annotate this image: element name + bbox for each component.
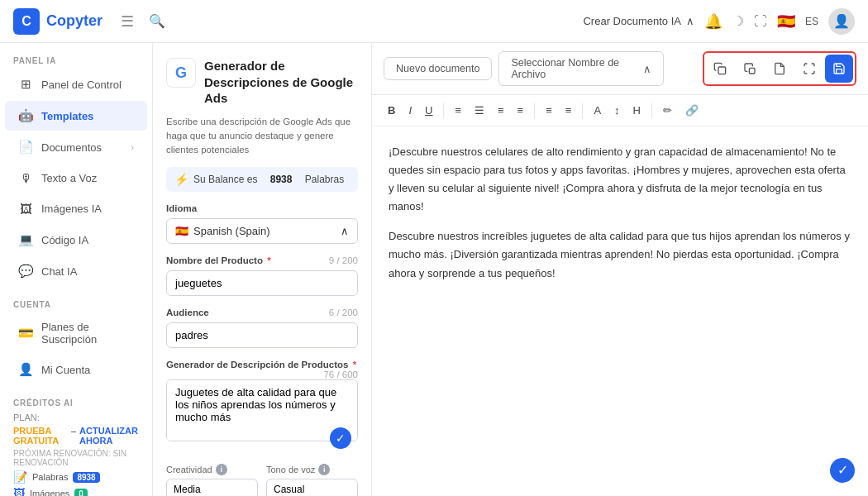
sidebar-item-cuenta[interactable]: 👤 Mi Cuenta bbox=[5, 355, 147, 384]
align-center-button[interactable]: ☰ bbox=[470, 102, 489, 119]
ai-icon: 🤖 bbox=[18, 108, 33, 123]
app-name: Copyter bbox=[46, 12, 103, 30]
bold-button[interactable]: B bbox=[384, 102, 399, 119]
save-icon-btn[interactable] bbox=[825, 55, 853, 83]
chat-icon: 💬 bbox=[18, 264, 33, 279]
search-icon[interactable]: 🔍 bbox=[149, 13, 165, 29]
nombre-input[interactable] bbox=[166, 270, 358, 296]
file-name-button[interactable]: Seleccionar Nombre de Archivo ∧ bbox=[498, 51, 664, 86]
menu-icon[interactable]: ☰ bbox=[121, 12, 134, 31]
user-avatar[interactable]: 👤 bbox=[828, 8, 855, 35]
align-justify-button[interactable]: ≡ bbox=[513, 102, 528, 119]
align-right-button[interactable]: ≡ bbox=[494, 102, 508, 119]
chevron-right-icon: › bbox=[131, 142, 134, 152]
generator-header: G Generador de Descripciones de Google A… bbox=[166, 58, 358, 107]
app-logo[interactable]: C Copyter bbox=[13, 8, 103, 35]
lightning-icon: ⚡ bbox=[174, 173, 188, 186]
copy-icon-btn-2[interactable] bbox=[736, 55, 764, 83]
list-unordered-button[interactable]: ≡ bbox=[561, 102, 576, 119]
tono-input[interactable] bbox=[266, 479, 358, 496]
generator-description: Escribe una descripción de Google Ads qu… bbox=[166, 115, 358, 158]
notification-icon[interactable]: 🔔 bbox=[704, 12, 723, 31]
editor-topbar: Nuevo documento Seleccionar Nombre de Ar… bbox=[372, 43, 868, 95]
pencil-button[interactable]: ✏ bbox=[659, 102, 676, 119]
svg-rect-0 bbox=[718, 67, 726, 74]
sidebar-item-planes[interactable]: 💳 Planes de Suscripción bbox=[5, 313, 147, 353]
actualizar-link[interactable]: ACTUALIZAR AHORA bbox=[79, 426, 139, 446]
nombre-label: Nombre del Producto * 9 / 200 bbox=[166, 255, 358, 265]
palabras-icon: 📝 bbox=[13, 470, 27, 484]
expand-icon-btn[interactable] bbox=[795, 55, 823, 83]
sidebar-item-documentos[interactable]: 📄 Documentos › bbox=[5, 132, 147, 162]
crear-documento-button[interactable]: Crear Documento IA ∧ bbox=[583, 15, 694, 27]
desc-textarea[interactable]: Juguetes de alta calidad para que los ni… bbox=[166, 379, 358, 441]
moon-icon[interactable]: ☽ bbox=[732, 13, 744, 29]
document-icon-btn[interactable] bbox=[765, 55, 794, 83]
editor-area[interactable]: ¡Descubre nuestros celulares de alto ren… bbox=[372, 126, 868, 496]
generator-panel: G Generador de Descripciones de Google A… bbox=[153, 43, 372, 496]
sidebar-label-templates: Templates bbox=[41, 110, 93, 122]
sidebar: PANEL IA ⊞ Panel de Control 🤖 Templates … bbox=[0, 0, 153, 496]
sidebar-label-codigo: Código IA bbox=[41, 234, 88, 246]
heading-button[interactable]: H bbox=[629, 102, 645, 119]
editor-paragraph-1: ¡Descubre nuestros celulares de alto ren… bbox=[389, 143, 851, 216]
italic-button[interactable]: I bbox=[404, 102, 416, 119]
generator-title: Generador de Descripciones de Google Ads bbox=[204, 58, 358, 107]
topbar: C Copyter ☰ 🔍 Crear Documento IA ∧ 🔔 ☽ ⛶… bbox=[0, 0, 868, 43]
language-flag[interactable]: 🇪🇸 bbox=[777, 12, 795, 31]
balance-unit: Palabras bbox=[305, 174, 344, 185]
svg-rect-1 bbox=[749, 68, 755, 74]
underline-button[interactable]: U bbox=[421, 102, 436, 119]
sidebar-item-templates[interactable]: 🤖 Templates bbox=[5, 101, 147, 131]
imagenes-label: Imágenes bbox=[30, 489, 69, 496]
creatividad-field: Creatividad i bbox=[166, 464, 258, 496]
cuenta-section-label: CUENTA bbox=[0, 287, 152, 312]
audience-input[interactable] bbox=[166, 322, 358, 348]
sidebar-label-imagenes: Imágenes IA bbox=[41, 203, 102, 215]
plan-line: PLAN: bbox=[0, 411, 152, 424]
doc-tab-label: Nuevo documento bbox=[396, 63, 479, 74]
fullscreen-icon[interactable]: ⛶ bbox=[754, 14, 767, 29]
imagenes-credit-row: 🖼 Imágenes 0 bbox=[0, 485, 152, 496]
sidebar-label-panel: Panel de Control bbox=[41, 79, 122, 91]
lang-flag: 🇪🇸 bbox=[175, 225, 188, 237]
lang-label: ES bbox=[805, 16, 818, 27]
editor-confirm-button[interactable]: ✓ bbox=[830, 458, 855, 483]
balance-label: Su Balance es bbox=[193, 174, 257, 185]
chevron-up-file: ∧ bbox=[643, 63, 651, 75]
sidebar-item-panel[interactable]: ⊞ Panel de Control bbox=[5, 69, 147, 99]
toolbar-icon-group bbox=[703, 51, 856, 86]
desc-wrap: Juguetes de alta calidad para que los ni… bbox=[166, 374, 358, 455]
creatividad-info-icon[interactable]: i bbox=[216, 464, 227, 475]
list-ordered-button[interactable]: ≡ bbox=[541, 102, 556, 119]
chevron-up-icon: ∧ bbox=[686, 15, 694, 27]
font-size-button[interactable]: ↕ bbox=[610, 102, 624, 119]
plan-links: PRUEBA GRATUITA – ACTUALIZAR AHORA bbox=[0, 424, 152, 447]
idioma-select[interactable]: 🇪🇸 Spanish (Spain) ∧ bbox=[166, 218, 358, 244]
sidebar-item-chat[interactable]: 💬 Chat IA bbox=[5, 256, 147, 286]
prueba-gratuita-link[interactable]: PRUEBA GRATUITA bbox=[13, 426, 68, 446]
mic-icon: 🎙 bbox=[18, 171, 33, 185]
font-color-button[interactable]: A bbox=[589, 102, 605, 119]
tono-info-icon[interactable]: i bbox=[318, 464, 330, 475]
sidebar-item-imagenes[interactable]: 🖼 Imágenes IA bbox=[5, 194, 147, 223]
sidebar-label-chat: Chat IA bbox=[41, 265, 77, 278]
panel-section-label: PANEL IA bbox=[0, 43, 152, 69]
creditos-section-label: CRÉDITOS AI bbox=[0, 385, 152, 411]
creatividad-input[interactable] bbox=[166, 479, 258, 496]
editor-panel: Nuevo documento Seleccionar Nombre de Ar… bbox=[372, 43, 868, 496]
sidebar-label-texto: Texto a Voz bbox=[41, 172, 97, 184]
sidebar-item-texto[interactable]: 🎙 Texto a Voz bbox=[5, 164, 147, 193]
align-left-button[interactable]: ≡ bbox=[451, 102, 465, 119]
link-button[interactable]: 🔗 bbox=[681, 102, 703, 119]
file-name-label: Seleccionar Nombre de Archivo bbox=[511, 57, 638, 80]
desc-confirm-button[interactable]: ✓ bbox=[330, 427, 351, 449]
logo-box: C bbox=[13, 8, 40, 35]
format-bar: B I U ≡ ☰ ≡ ≡ ≡ ≡ A ↕ H ✏ 🔗 bbox=[372, 95, 868, 126]
copy-icon-btn-1[interactable] bbox=[706, 55, 734, 83]
sidebar-label-documentos: Documentos bbox=[41, 141, 102, 154]
google-logo: G bbox=[166, 58, 196, 88]
new-document-tab[interactable]: Nuevo documento bbox=[384, 57, 492, 80]
sidebar-item-codigo[interactable]: 💻 Código IA bbox=[5, 225, 147, 255]
creatividad-label: Creatividad i bbox=[166, 464, 258, 475]
